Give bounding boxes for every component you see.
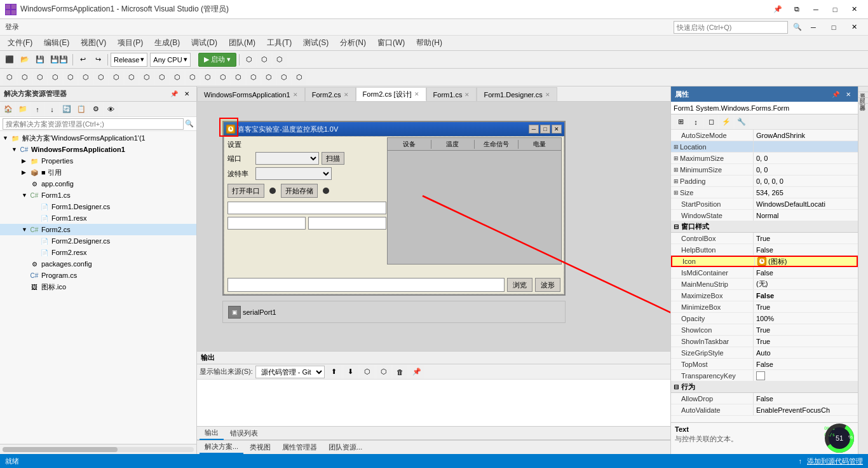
minimize-btn2[interactable]: ─: [804, 21, 822, 34]
extra-btn2[interactable]: ⬡: [18, 71, 32, 85]
props-proppage-btn[interactable]: 🔧: [735, 115, 749, 129]
start-button[interactable]: ▶ 启动 ▾: [198, 53, 236, 67]
props-properties-btn[interactable]: ◻: [704, 115, 718, 129]
source-dropdown[interactable]: 源代码管理 - Git 生成 调试 常规: [255, 366, 325, 378]
extra-btn13[interactable]: ⬡: [186, 71, 200, 85]
output-btn2[interactable]: ⬇: [344, 365, 358, 379]
props-pin-btn[interactable]: 📌: [830, 89, 841, 99]
team-tab[interactable]: 团队资源...: [323, 441, 367, 453]
minimize-button[interactable]: ─: [807, 3, 825, 16]
props-close-btn[interactable]: ✕: [843, 89, 854, 99]
extra-btn4[interactable]: ⬡: [48, 71, 62, 85]
menu-window[interactable]: 窗口(W): [372, 36, 410, 50]
tab-form2design-close[interactable]: ✕: [414, 91, 419, 97]
scan-button[interactable]: 扫描: [322, 152, 344, 165]
extra-btn5[interactable]: ⬡: [64, 71, 78, 85]
sol-btn3[interactable]: ↑: [31, 102, 44, 116]
filepath-textbox[interactable]: [227, 278, 505, 292]
tree-form1resx[interactable]: 📄 Form1.resx: [0, 212, 196, 224]
restore-button[interactable]: □: [826, 3, 844, 16]
open-port-btn[interactable]: 打开串口: [227, 184, 264, 198]
menu-build[interactable]: 生成(B): [149, 36, 185, 50]
menu-help[interactable]: 帮助(H): [411, 36, 447, 50]
sol-btn1[interactable]: 🏠: [1, 102, 15, 116]
menu-tools[interactable]: 工具(T): [262, 36, 297, 50]
extra-btn14[interactable]: ⬡: [201, 71, 215, 85]
prop-location[interactable]: ⊞Location: [671, 141, 858, 153]
tab-winforms-close[interactable]: ✕: [293, 92, 298, 98]
prop-size[interactable]: ⊞Size 534, 265: [671, 187, 858, 198]
tree-icon[interactable]: 🖼 图标.ico: [0, 281, 196, 292]
solution-close-btn[interactable]: ✕: [181, 89, 193, 99]
tree-references[interactable]: ▶ 📦 ■ 引用: [0, 167, 196, 178]
prop-topmost[interactable]: TopMost False: [671, 359, 858, 370]
menu-team[interactable]: 团队(M): [224, 36, 261, 50]
prop-windowstate[interactable]: WindowState Normal: [671, 210, 858, 221]
tree-program[interactable]: C# Program.cs: [0, 270, 196, 281]
extra-btn15[interactable]: ⬡: [216, 71, 230, 85]
tab-form1designer[interactable]: Form1.Designer.cs ✕: [477, 87, 557, 101]
prop-sizegripstyle[interactable]: SizeGripStyle Auto: [671, 347, 858, 359]
vertical-tab3[interactable]: 服务器: [858, 98, 868, 104]
prop-maximumsize[interactable]: ⊞MaximumSize 0, 0: [671, 153, 858, 164]
quick-launch-input[interactable]: [674, 21, 788, 34]
tree-properties[interactable]: ▶ 📁 Properties: [0, 155, 196, 167]
output-btn5[interactable]: 📌: [410, 365, 424, 379]
menu-project[interactable]: 项目(P): [112, 36, 148, 50]
tab-winforms[interactable]: WindowsFormsApplication1 ✕: [197, 87, 305, 101]
textbox1[interactable]: [227, 202, 386, 214]
prop-minimizebox[interactable]: MinimizeBox True: [671, 301, 858, 313]
release-dropdown[interactable]: Release ▾: [111, 53, 147, 67]
sol-btn8[interactable]: 👁: [104, 102, 118, 116]
prop-maximizebox[interactable]: MaximizeBox False: [671, 290, 858, 301]
extra-btn1[interactable]: ⬡: [3, 71, 17, 85]
toolbar-extra2[interactable]: ⬡: [257, 53, 271, 67]
tab-form2cs[interactable]: Form2.cs ✕: [305, 87, 356, 101]
tree-form1cs[interactable]: ▼ C# Form1.cs: [0, 189, 196, 201]
form-min-btn[interactable]: ─: [529, 125, 539, 134]
prop-mainmenustrip[interactable]: MainMenuStrip (无): [671, 279, 858, 290]
solution-pin-btn[interactable]: 📌: [168, 89, 180, 99]
vertical-tab1[interactable]: 工具箱: [858, 86, 868, 92]
tab-form1cs[interactable]: Form1.cs ✕: [426, 87, 477, 101]
props-categorized-btn[interactable]: ⊞: [674, 115, 688, 129]
extra-btn20[interactable]: ⬡: [292, 71, 306, 85]
sol-btn4[interactable]: ↓: [45, 102, 59, 116]
vertical-tab2[interactable]: 团队: [858, 92, 868, 98]
prop-transparencykey[interactable]: TransparencyKey: [671, 370, 858, 382]
cpu-dropdown[interactable]: Any CPU ▾: [150, 53, 190, 67]
menu-view[interactable]: 视图(V): [76, 36, 111, 50]
form-restore-btn[interactable]: □: [540, 125, 550, 134]
solution-search-input[interactable]: [3, 118, 184, 130]
prop-autovalidate[interactable]: AutoValidate EnablePreventFocusCh: [671, 404, 858, 416]
extra-btn10[interactable]: ⬡: [140, 71, 154, 85]
solution-tab[interactable]: 解决方案...: [200, 441, 243, 454]
start-store-btn[interactable]: 开始存储: [281, 184, 318, 198]
toolbar-saveall[interactable]: 💾💾: [48, 53, 70, 67]
extra-btn18[interactable]: ⬡: [262, 71, 276, 85]
extra-btn7[interactable]: ⬡: [94, 71, 108, 85]
errors-tab[interactable]: 错误列表: [225, 427, 263, 439]
output-btn4[interactable]: ⬡: [377, 365, 391, 379]
toolbar-extra3[interactable]: ⬡: [273, 53, 287, 67]
tab-form1designer-close[interactable]: ✕: [545, 92, 550, 98]
waveform-btn[interactable]: 波形: [535, 278, 560, 292]
menu-test[interactable]: 测试(S): [298, 36, 334, 50]
extra-btn8[interactable]: ⬡: [109, 71, 123, 85]
prop-helpbutton[interactable]: HelpButton False: [671, 244, 858, 256]
tab-form2cs-close[interactable]: ✕: [344, 92, 349, 98]
sol-btn7[interactable]: ⚙: [89, 102, 103, 116]
extra-btn9[interactable]: ⬡: [125, 71, 139, 85]
menu-analyze[interactable]: 分析(N): [335, 36, 371, 50]
prop-showintaskbar[interactable]: ShowInTaskbar True: [671, 336, 858, 347]
output-btn1[interactable]: ⬆: [327, 365, 341, 379]
toolbar-redo[interactable]: ↪: [91, 53, 105, 67]
prop-startposition[interactable]: StartPosition WindowsDefaultLocati: [671, 198, 858, 210]
tree-form2resx[interactable]: 📄 Form2.resx: [0, 247, 196, 258]
tree-form1designer[interactable]: 📄 Form1.Designer.cs: [0, 201, 196, 212]
sol-btn5[interactable]: 🔄: [60, 102, 74, 116]
port-select[interactable]: [255, 152, 319, 165]
prop-autosizemode[interactable]: AutoSizeMode GrowAndShrink: [671, 130, 858, 141]
props-events-btn[interactable]: ⚡: [719, 115, 733, 129]
toolbar-extra1[interactable]: ⬡: [242, 53, 256, 67]
